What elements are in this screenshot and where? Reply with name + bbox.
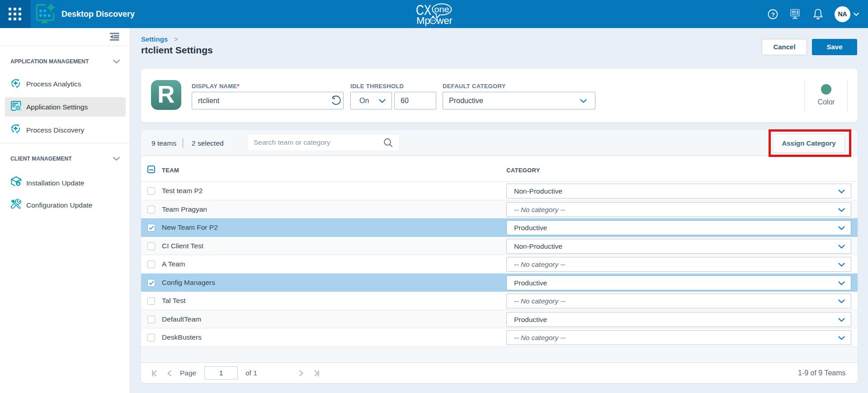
svg-text:one: one: [434, 5, 449, 14]
svg-text:?: ?: [771, 11, 775, 18]
svg-text:Mp: Mp: [416, 15, 430, 26]
svg-text:wer: wer: [436, 15, 453, 26]
